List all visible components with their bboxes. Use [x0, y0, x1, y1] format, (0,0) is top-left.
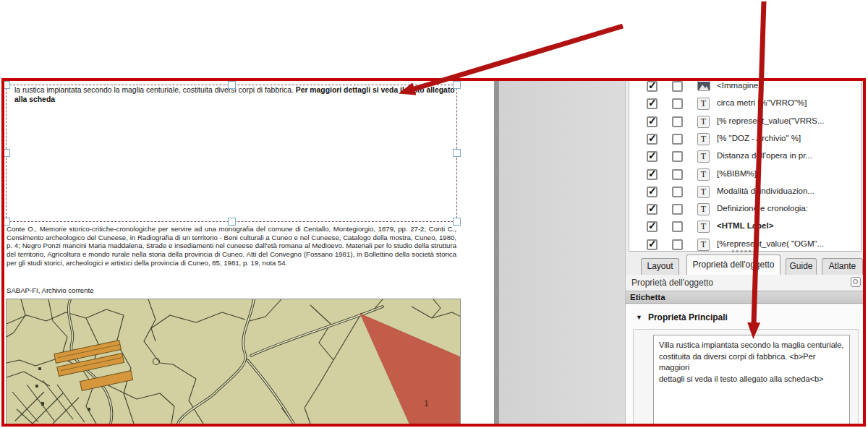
layout-item-row[interactable]: ✓<Immagine>	[629, 81, 861, 95]
item-type-header: Etichetta	[626, 291, 863, 304]
label-text-input[interactable]: Villa rustica impiantata secondo la magl…	[653, 335, 850, 424]
tab-propriet-dell-oggetto[interactable]: Proprietà dell'oggetto	[686, 254, 780, 275]
layout-item-row[interactable]: ✓TModalità di individuazion...	[629, 184, 861, 200]
text-icon: T	[697, 168, 710, 181]
visibility-checkbox[interactable]: ✓	[647, 98, 658, 109]
layout-items-list[interactable]: ✓<Immagine>✓Tcirca metri [%"VRRO"%]✓T[% …	[629, 81, 861, 252]
layout-item-label: [%BIBM%]	[717, 169, 757, 178]
main-properties-group[interactable]: ▼Proprietà Principali	[636, 312, 728, 322]
visibility-checkbox[interactable]: ✓	[647, 151, 658, 162]
lock-checkbox[interactable]	[672, 116, 683, 127]
checkmark-icon: ✓	[648, 132, 657, 144]
layout-item-row[interactable]: ✓T[%BIBM%]	[629, 166, 861, 183]
lock-checkbox[interactable]	[672, 187, 683, 197]
checkmark-icon: ✓	[648, 185, 657, 197]
checkmark-icon: ✓	[648, 150, 657, 161]
layout-item-row[interactable]: ✓T<HTML Label>	[629, 218, 861, 235]
annotated-screenshot: la rustica impiantata secondo la maglia …	[0, 0, 868, 428]
right-panel: ✓<Immagine>✓Tcirca metri [%"VRRO"%]✓T[% …	[626, 81, 863, 424]
collapse-triangle-icon: ▼	[636, 314, 642, 321]
checkmark-icon: ✓	[648, 220, 657, 231]
checkmark-icon: ✓	[648, 202, 657, 214]
lock-checkbox[interactable]	[672, 151, 683, 162]
tab-layout[interactable]: Layout	[641, 258, 679, 275]
lock-checkbox[interactable]	[672, 98, 683, 109]
text-icon: T	[697, 98, 710, 110]
layout-item-label: <HTML Label>	[717, 221, 773, 230]
cadastral-map: 1	[7, 299, 461, 424]
lock-checkbox[interactable]	[672, 134, 683, 145]
map-zone-label: 1	[424, 399, 429, 408]
float-panel-icon[interactable]	[851, 277, 861, 287]
panel-title: Proprietà dell'oggetto	[631, 278, 713, 288]
selection-handle[interactable]	[453, 149, 461, 157]
text-icon: T	[697, 116, 710, 128]
visibility-checkbox[interactable]: ✓	[647, 221, 658, 232]
lock-checkbox[interactable]	[672, 169, 683, 180]
checkmark-icon: ✓	[648, 81, 657, 91]
visibility-checkbox[interactable]: ✓	[647, 187, 658, 197]
visibility-checkbox[interactable]: ✓	[647, 204, 658, 215]
tab-atlante[interactable]: Atlante	[822, 258, 863, 275]
selected-label-item-outline[interactable]	[6, 85, 457, 222]
text-icon: T	[697, 203, 710, 215]
lock-checkbox[interactable]	[672, 204, 683, 215]
selection-handle[interactable]	[4, 149, 10, 157]
map-item[interactable]: 1	[6, 299, 461, 424]
layout-item-row[interactable]: ✓TDistanza dell'opera in pr...	[629, 148, 861, 165]
layout-item-row[interactable]: ✓T[% represent_value("VRRS...	[629, 114, 861, 130]
archive-credit-text: SABAP-FI, Archivio corrente	[7, 286, 94, 294]
layout-canvas[interactable]: la rustica impiantata secondo la maglia …	[4, 81, 494, 424]
layout-item-label: circa metri [%"VRRO"%]	[717, 98, 807, 107]
checkmark-icon: ✓	[648, 168, 657, 179]
visibility-checkbox[interactable]: ✓	[647, 134, 658, 145]
main-properties-groupbox: Villa rustica impiantata secondo la magl…	[633, 329, 859, 424]
layout-item-label: [% represent_value("VRRS...	[717, 116, 825, 125]
checkmark-icon: ✓	[648, 97, 657, 108]
selection-handle[interactable]	[4, 81, 10, 89]
layout-item-row[interactable]: ✓TDefinizione e cronologia:	[629, 201, 861, 218]
text-icon: T	[697, 150, 710, 163]
bibliography-text: Conte O., Memorie storico-critiche-crono…	[7, 225, 456, 268]
label-text-normal: la rustica impiantata secondo la maglia …	[14, 86, 218, 94]
lock-checkbox[interactable]	[672, 81, 683, 92]
checkmark-icon: ✓	[648, 115, 657, 127]
selection-handle[interactable]	[228, 218, 236, 226]
canvas-vertical-scrollbar[interactable]	[494, 81, 499, 424]
layout-item-row[interactable]: ✓Tcirca metri [%"VRRO"%]	[629, 95, 861, 112]
visibility-checkbox[interactable]: ✓	[647, 169, 658, 180]
empty-dock-area	[499, 81, 626, 424]
selection-handle[interactable]	[453, 81, 461, 89]
text-icon: T	[697, 221, 710, 233]
selection-handle[interactable]	[4, 218, 10, 226]
layout-item-label: <Immagine>	[717, 81, 763, 90]
lock-checkbox[interactable]	[672, 221, 683, 232]
selection-handle[interactable]	[453, 218, 461, 226]
layout-item-label: Modalità di individuazion...	[717, 187, 814, 195]
panel-splitter-handle[interactable]: ••••••	[626, 248, 863, 254]
layout-item-label: Definizione e cronologia:	[717, 204, 808, 213]
text-icon: T	[697, 133, 710, 145]
selection-handle[interactable]	[228, 81, 236, 89]
visibility-checkbox[interactable]: ✓	[647, 81, 658, 92]
image-icon	[697, 81, 710, 91]
layout-item-label: Distanza dell'opera in pr...	[717, 151, 812, 160]
layout-item-row[interactable]: ✓T[% "DOZ - Archivio" %]	[629, 131, 861, 147]
tab-guide[interactable]: Guide	[786, 258, 817, 275]
layout-item-label: [% "DOZ - Archivio" %]	[717, 134, 801, 142]
visibility-checkbox[interactable]: ✓	[647, 116, 658, 127]
text-icon: T	[697, 186, 710, 198]
screenshot-red-frame: la rustica impiantata secondo la maglia …	[1, 78, 866, 427]
